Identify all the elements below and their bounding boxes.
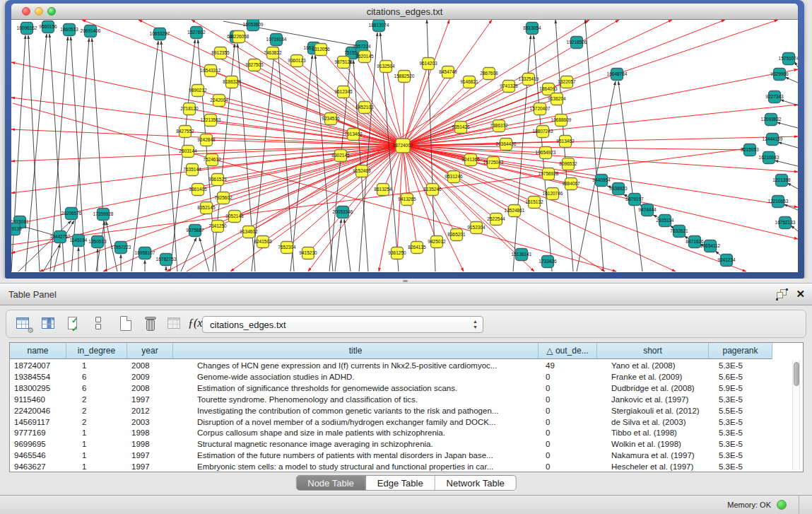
column-header[interactable]: name	[10, 343, 66, 359]
graph-node[interactable]: 8427552	[176, 126, 194, 138]
graph-node[interactable]: 9741325	[500, 81, 518, 93]
graph-node[interactable]: 12210653	[768, 196, 789, 208]
graph-node[interactable]: 20364436	[496, 139, 517, 151]
graph-node[interactable]: 20691406	[81, 25, 101, 37]
graph-node[interactable]: 16543312	[201, 65, 221, 77]
graph-node[interactable]: 15720407	[530, 103, 551, 115]
table-options-button[interactable]: ⚙	[15, 315, 32, 332]
graph-node[interactable]: 3861405	[189, 184, 207, 196]
graph-node[interactable]: 9425012	[428, 236, 446, 248]
column-header[interactable]: title	[173, 343, 539, 359]
graph-node[interactable]: 9415230	[299, 247, 317, 259]
graph-node[interactable]: 8096532	[559, 158, 577, 170]
tab-node-table[interactable]: Node Table	[296, 476, 366, 490]
graph-node[interactable]: 19654923	[536, 147, 556, 159]
table-row[interactable]: 946362711997Embryonic stem cells: a mode…	[10, 461, 793, 472]
graph-node[interactable]: 17359928	[93, 209, 114, 221]
graph-node[interactable]: 16053809	[243, 20, 264, 31]
graph-node[interactable]: 7341250	[208, 221, 227, 233]
graph-node[interactable]: 8365201	[447, 229, 466, 241]
graph-node[interactable]: 9375887	[186, 225, 204, 237]
graph-node[interactable]: 9338923	[609, 183, 628, 195]
graph-node[interactable]: 16958107	[135, 247, 155, 259]
graph-node[interactable]: 7463822	[264, 47, 282, 59]
delete-table-button[interactable]	[166, 315, 183, 332]
graph-node[interactable]: 9329966	[770, 69, 789, 81]
row-height-button[interactable]	[90, 315, 107, 332]
graph-node[interactable]: 8186328	[223, 76, 241, 88]
graph-node[interactable]: 1145194	[70, 235, 88, 247]
column-header[interactable]: △ out_de...	[539, 343, 597, 359]
tab-edge-table[interactable]: Edge Table	[366, 476, 435, 490]
graph-node[interactable]: 8241365	[461, 154, 480, 166]
graph-node[interactable]: 9241234	[717, 255, 736, 267]
graph-node[interactable]: 17957223	[111, 242, 131, 254]
graph-node[interactable]: 1527602	[187, 27, 206, 39]
scrollbar-thumb[interactable]	[794, 362, 799, 386]
graph-node[interactable]: 12213563	[201, 115, 221, 127]
graph-node[interactable]: 9152304	[467, 222, 486, 234]
graph-node[interactable]: 2867608	[480, 68, 498, 80]
close-panel-button[interactable]: ✕	[796, 288, 805, 300]
graph-node[interactable]: 2803144	[179, 146, 197, 158]
graph-node[interactable]: 9227343	[765, 91, 784, 103]
graph-node[interactable]: 10719184	[266, 34, 287, 46]
graph-node[interactable]: 12444159	[763, 134, 783, 146]
graph-node[interactable]: 8312056	[312, 44, 330, 56]
graph-node[interactable]: 2242004	[210, 95, 228, 107]
graph-node[interactable]: 9413265	[398, 194, 416, 206]
graph-node[interactable]: 7635144	[183, 164, 201, 176]
delete-column-button[interactable]	[142, 315, 159, 332]
create-column-button[interactable]	[118, 315, 135, 332]
graph-node[interactable]: 1733426	[539, 256, 557, 268]
graph-node[interactable]: 20206576	[61, 208, 82, 220]
graph-node[interactable]: 2718120	[180, 103, 199, 115]
graph-node[interactable]: 8620145	[355, 51, 374, 63]
column-header[interactable]: pagerank	[709, 343, 772, 359]
splitter-handle-icon[interactable]	[403, 280, 408, 282]
graph-node[interactable]: 7524612	[203, 154, 221, 166]
graph-node[interactable]: 16210643	[759, 152, 779, 164]
table-row[interactable]: 946554611997Estimation of the future num…	[10, 450, 793, 461]
graph-node[interactable]: 9132504	[377, 61, 395, 73]
graph-node[interactable]: 10688609	[551, 115, 572, 127]
graph-node[interactable]: 9361250	[388, 247, 406, 259]
graph-node[interactable]: 8352145	[197, 202, 216, 214]
graph-node[interactable]: 8912355	[211, 47, 230, 59]
tab-network-table[interactable]: Network Table	[435, 476, 516, 490]
graph-node[interactable]: 1615132	[525, 197, 543, 209]
window-titlebar[interactable]: citations_edges.txt	[11, 4, 798, 20]
graph-node[interactable]: 8813054	[523, 23, 541, 35]
graph-node[interactable]: 2935114	[657, 215, 674, 227]
table-row[interactable]: 1830029562008Estimation of significance …	[10, 382, 793, 394]
graph-node[interactable]: 7632621	[670, 226, 688, 238]
graph-node[interactable]: 16782753	[156, 254, 177, 266]
vertical-scrollbar[interactable]	[792, 360, 800, 470]
memory-ok-indicator[interactable]	[777, 500, 787, 510]
table-row[interactable]: 1872400712008Changes of HCN gene express…	[10, 360, 793, 371]
graph-node[interactable]: 10653287	[150, 28, 170, 40]
graph-node[interactable]: 1322057	[558, 76, 576, 88]
graph-node[interactable]: 9513462	[556, 136, 575, 148]
graph-node[interactable]: 9351426	[452, 122, 470, 134]
column-header[interactable]: short	[597, 343, 709, 359]
graph-node[interactable]: 9890212	[189, 85, 207, 97]
graph-node[interactable]: 9531246	[445, 171, 463, 183]
graph-node[interactable]: 9360123	[288, 55, 306, 67]
table-source-dropdown[interactable]: citations_edges.txt ▲▼	[202, 316, 483, 333]
graph-node[interactable]: 2522544	[487, 214, 505, 226]
citation-network-graph[interactable]: 1609616295601561860513206914061065328715…	[11, 20, 798, 272]
graph-node[interactable]: 6879197	[625, 194, 644, 206]
graph-node[interactable]: 7925602	[214, 192, 233, 204]
network-canvas[interactable]: 1609616295601561860513206914061065328715…	[11, 20, 798, 272]
graph-node[interactable]: 16648784	[607, 69, 628, 81]
graph-node[interactable]: 1221398	[772, 175, 791, 187]
graph-node[interactable]: 9052148	[225, 211, 244, 223]
graph-node[interactable]: 16096162	[17, 23, 37, 35]
graph-node[interactable]: 9136204	[548, 93, 566, 105]
table-row[interactable]: 911546021997Tourette syndrome. Phenomeno…	[10, 394, 793, 405]
graph-node[interactable]: 1860513	[60, 24, 78, 36]
graph-node[interactable]: 9612345	[334, 86, 353, 98]
show-columns-button[interactable]	[40, 315, 57, 332]
graph-node[interactable]: 8454749	[439, 66, 457, 78]
